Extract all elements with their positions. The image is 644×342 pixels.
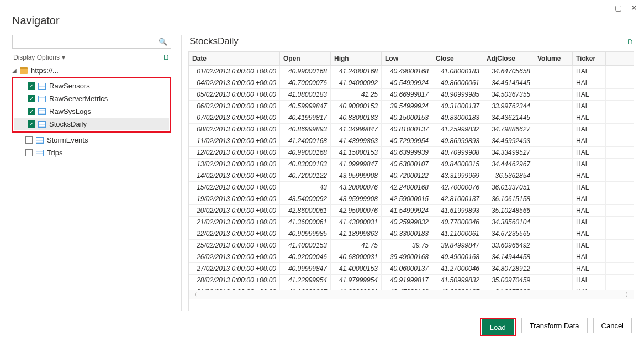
column-header-low[interactable]: Low: [382, 52, 432, 65]
tree-item-label: StocksDaily: [49, 120, 87, 128]
cell: 40.86000061: [432, 77, 483, 88]
cell: 40.90000153: [331, 101, 382, 112]
cell: 26/02/2013 0:00:00 +00:00: [189, 251, 280, 262]
cell: 12/02/2013 0:00:00 +00:00: [189, 147, 280, 158]
table-row[interactable]: 01/02/2013 0:00:00 +00:0040.9900016841.2…: [189, 66, 634, 77]
cell: [534, 205, 573, 216]
table-row[interactable]: 22/02/2013 0:00:00 +00:0040.9099998541.1…: [189, 228, 634, 240]
checkbox[interactable]: [25, 149, 33, 156]
cell: 39.54999924: [382, 101, 432, 112]
table-row[interactable]: 05/02/2013 0:00:00 +00:0041.0800018341.2…: [189, 89, 634, 101]
column-header-adjclose[interactable]: AdjClose: [483, 52, 534, 65]
grid-body[interactable]: 01/02/2013 0:00:00 +00:0040.9900016841.2…: [189, 66, 634, 290]
cell: 39.75: [382, 240, 432, 251]
cell: 40.09999847: [280, 263, 331, 274]
horizontal-scrollbar[interactable]: 〈 〉: [189, 290, 634, 299]
column-header-ticker[interactable]: Ticker: [573, 52, 606, 65]
column-header-open[interactable]: Open: [280, 52, 331, 65]
column-header-volume[interactable]: Volume: [534, 52, 573, 65]
cell: 41.22999954: [280, 275, 331, 286]
cell: 42.70000076: [432, 182, 483, 193]
table-row[interactable]: 06/02/2013 0:00:00 +00:0040.5999984740.9…: [189, 101, 634, 112]
cell: 06/02/2013 0:00:00 +00:00: [189, 101, 280, 112]
checkbox[interactable]: ✓: [28, 120, 35, 128]
table-row[interactable]: 08/02/2013 0:00:00 +00:0040.8699989341.3…: [189, 124, 634, 135]
cell: 40.49000168: [382, 66, 432, 77]
cell: [534, 193, 573, 204]
load-button[interactable]: Load: [482, 319, 514, 335]
close-icon[interactable]: ✕: [631, 3, 637, 12]
cell: HAL: [573, 101, 606, 112]
tree-root[interactable]: ◢ https://...: [12, 65, 171, 76]
table-row[interactable]: 07/02/2013 0:00:00 +00:0040.4199981740.8…: [189, 112, 634, 124]
table-row[interactable]: 01/03/2013 0:00:00 +00:0041.1699981741.3…: [189, 286, 634, 290]
maximize-icon[interactable]: ▢: [615, 3, 622, 12]
tree-item-rawsyslogs[interactable]: ✓RawSysLogs: [14, 105, 169, 118]
table-row[interactable]: 13/02/2013 0:00:00 +00:0040.8300018341.0…: [189, 159, 634, 170]
cell: 34.43621445: [483, 112, 534, 123]
table-row[interactable]: 12/02/2013 0:00:00 +00:0040.9900016841.1…: [189, 147, 634, 159]
tree-item-trips[interactable]: Trips: [12, 146, 171, 159]
table-row[interactable]: 04/02/2013 0:00:00 +00:0040.7000007641.0…: [189, 77, 634, 89]
table-row[interactable]: 19/02/2013 0:00:00 +00:0043.5400009243.9…: [189, 193, 634, 205]
cell: 40.47000122: [382, 286, 432, 290]
cell: 34.64705658: [483, 66, 534, 77]
checkbox[interactable]: ✓: [28, 108, 35, 115]
cancel-button[interactable]: Cancel: [593, 318, 632, 333]
cell: HAL: [573, 193, 606, 204]
cell: 34.50367355: [483, 89, 534, 100]
scroll-left-icon[interactable]: 〈: [191, 291, 197, 299]
table-row[interactable]: 20/02/2013 0:00:00 +00:0042.8600006142.9…: [189, 205, 634, 217]
table-row[interactable]: 26/02/2013 0:00:00 +00:0040.0200004640.6…: [189, 251, 634, 263]
preview-refresh-icon[interactable]: 🗋: [627, 38, 634, 46]
cell: HAL: [573, 205, 606, 216]
cell: 41.97999954: [331, 275, 382, 286]
table-row[interactable]: 27/02/2013 0:00:00 +00:0040.0999984741.4…: [189, 263, 634, 275]
tree-item-rawservermetrics[interactable]: ✓RawServerMetrics: [14, 92, 169, 105]
column-header-close[interactable]: Close: [432, 52, 483, 65]
tree-item-stocksdaily[interactable]: ✓StocksDaily: [14, 118, 169, 130]
search-field[interactable]: [16, 38, 159, 46]
cell: 40.90999985: [432, 89, 483, 100]
tree-item-label: StormEvents: [47, 136, 88, 144]
column-header-high[interactable]: High: [331, 52, 382, 65]
search-input[interactable]: 🔍: [12, 35, 171, 49]
table-icon: [38, 121, 46, 128]
tree-item-stormevents[interactable]: StormEvents: [12, 134, 171, 146]
cell: 40.84000015: [432, 159, 483, 170]
cell: [534, 228, 573, 239]
table-row[interactable]: 15/02/2013 0:00:00 +00:004343.2000007642…: [189, 182, 634, 193]
table-row[interactable]: 21/02/2013 0:00:00 +00:0041.3600006141.4…: [189, 217, 634, 228]
tree: ◢ https://... ✓RawSensors✓RawServerMetri…: [12, 65, 171, 159]
column-header-date[interactable]: Date: [189, 52, 280, 65]
checkbox[interactable]: ✓: [28, 95, 35, 102]
cell: 34.80728912: [483, 263, 534, 274]
cell: 33.60966492: [483, 240, 534, 251]
cell: 40.06000137: [382, 263, 432, 274]
cell: 41.61999893: [432, 205, 483, 216]
navigator-tree-pane: 🔍 Display Options ▾ 🗋 ◢ https://... ✓Raw…: [0, 35, 177, 311]
cell: HAL: [573, 77, 606, 88]
tree-item-rawsensors[interactable]: ✓RawSensors: [14, 80, 169, 92]
table-row[interactable]: 14/02/2013 0:00:00 +00:0040.7200012243.9…: [189, 170, 634, 182]
table-icon: [38, 96, 46, 102]
cell: 40.72999954: [382, 135, 432, 146]
checkbox[interactable]: [25, 136, 33, 144]
cell: 34.2675209: [483, 286, 534, 290]
cell: 42.81000137: [432, 193, 483, 204]
scroll-right-icon[interactable]: 〉: [625, 291, 631, 299]
table-row[interactable]: 25/02/2013 0:00:00 +00:0041.4000015341.7…: [189, 240, 634, 251]
transform-data-button[interactable]: Transform Data: [521, 318, 588, 333]
table-row[interactable]: 11/02/2013 0:00:00 +00:0041.2400016841.4…: [189, 135, 634, 147]
table-row[interactable]: 28/02/2013 0:00:00 +00:0041.2299995441.9…: [189, 275, 634, 286]
folder-icon: [20, 67, 28, 74]
cell: 39.84999847: [432, 240, 483, 251]
cell: 41.16999817: [280, 286, 331, 290]
checkbox[interactable]: ✓: [28, 82, 35, 90]
display-options-dropdown[interactable]: Display Options ▾: [13, 54, 65, 61]
cell: 40.77000046: [432, 217, 483, 228]
refresh-icon[interactable]: 🗋: [163, 53, 170, 61]
cell: HAL: [573, 217, 606, 228]
cell: 40.63000107: [432, 286, 483, 290]
cell: 40.41999817: [280, 112, 331, 123]
